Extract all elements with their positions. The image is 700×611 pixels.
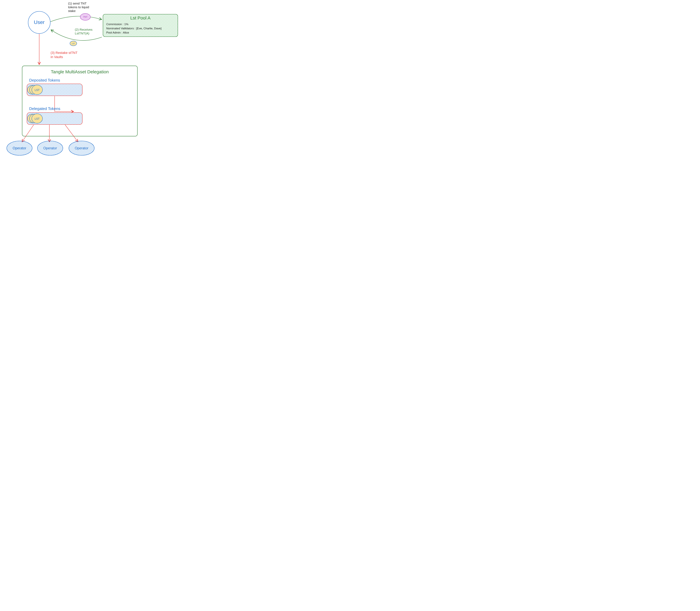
tnt-token-label: TNT — [83, 16, 87, 18]
operator-2-label: Operator — [43, 146, 57, 150]
svg-text:(1) send TNT: (1) send TNT — [68, 2, 87, 5]
step2-caption: (2) Receives LstTNT(A) — [75, 28, 92, 35]
svg-text:in Vaults: in Vaults — [50, 55, 63, 59]
lst-token-return: LST — [70, 41, 77, 46]
delegation-title: Tangle MultiAsset Delegation — [51, 69, 109, 74]
operator-1: Operator — [7, 141, 32, 155]
lst-token-return-label: LST — [72, 43, 75, 44]
deposited-tokens-slot: LST — [27, 84, 82, 96]
operator-1-label: Operator — [13, 146, 26, 150]
deposited-token-label: LST — [34, 89, 40, 92]
svg-text:LstTNT(A): LstTNT(A) — [75, 32, 89, 35]
operator-3: Operator — [69, 141, 94, 155]
delegated-label: Delegated Tokens — [29, 106, 60, 111]
pool-commission: Commission : 1% — [106, 23, 129, 26]
delegated-tokens-slot: LST — [27, 113, 82, 124]
operator-3-label: Operator — [75, 146, 88, 150]
pool-admin: Pool Admin : Alice — [106, 31, 129, 34]
svg-text:stake: stake — [68, 9, 76, 13]
arrow-step1 — [50, 16, 102, 22]
lst-pool-title: Lst Pool A — [130, 15, 150, 20]
deposited-label: Deposited Tokens — [29, 78, 60, 83]
operator-2: Operator — [38, 141, 63, 155]
svg-text:tokens to liquid: tokens to liquid — [68, 5, 89, 9]
arrow-to-op3 — [65, 125, 78, 142]
step1-caption: (1) send TNT tokens to liquid stake — [68, 2, 89, 13]
user-label: User — [34, 19, 45, 25]
svg-text:(3) Restake stTNT: (3) Restake stTNT — [50, 51, 77, 55]
user-node: User — [28, 11, 50, 33]
svg-text:(2) Receives: (2) Receives — [75, 28, 92, 31]
delegation-box: Tangle MultiAsset Delegation Deposited T… — [22, 66, 137, 136]
arrow-to-op1 — [22, 125, 34, 142]
lst-pool-box: Lst Pool A Commission : 1% Nominated Val… — [103, 14, 178, 37]
delegated-token-label: LST — [34, 117, 40, 120]
svg-rect-13 — [22, 66, 137, 136]
step3-caption: (3) Restake stTNT in Vaults — [50, 51, 77, 59]
tnt-token: TNT — [80, 14, 90, 20]
pool-validators: Nominated Valildators : [Eve, Charlie, D… — [106, 27, 162, 30]
